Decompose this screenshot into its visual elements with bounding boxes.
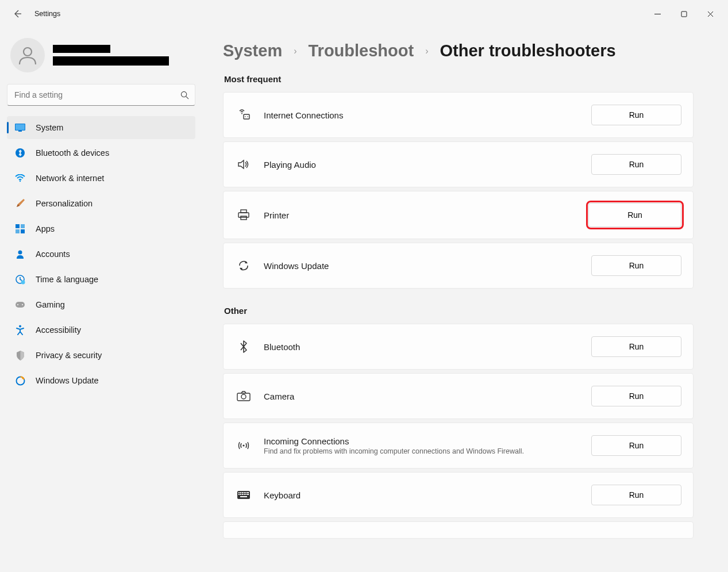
crumb-troubleshoot[interactable]: Troubleshoot <box>309 41 414 60</box>
apps-icon <box>15 224 25 234</box>
close-button[interactable] <box>697 5 723 23</box>
section-other: Other <box>224 306 694 316</box>
nav-network[interactable]: Network & internet <box>7 167 195 190</box>
chevron-right-icon: › <box>425 46 428 56</box>
nav-label: Gaming <box>36 300 65 309</box>
nav-privacy[interactable]: Privacy & security <box>7 344 195 367</box>
run-button-keyboard[interactable]: Run <box>591 485 681 505</box>
nav-apps[interactable]: Apps <box>7 217 195 240</box>
display-icon <box>15 122 25 133</box>
run-button-camera[interactable]: Run <box>591 386 681 406</box>
avatar <box>10 38 45 72</box>
troubleshooter-windows-update: Windows Update Run <box>223 243 694 289</box>
svg-point-18 <box>19 325 21 328</box>
svg-rect-34 <box>244 492 245 493</box>
troubleshooter-audio: Playing Audio Run <box>223 141 694 187</box>
sidebar: System Bluetooth & devices Network & int… <box>0 28 202 572</box>
troubleshooter-camera: Camera Run <box>223 373 694 419</box>
svg-rect-31 <box>238 492 240 493</box>
svg-rect-8 <box>16 224 20 228</box>
card-label: Playing Audio <box>264 160 591 170</box>
run-button-printer[interactable]: Run <box>588 203 681 227</box>
nav-label: System <box>36 123 63 132</box>
nav-accounts[interactable]: Accounts <box>7 243 195 266</box>
svg-point-23 <box>247 116 248 117</box>
search-input[interactable] <box>14 90 180 99</box>
svg-point-12 <box>18 251 22 255</box>
run-button-internet[interactable]: Run <box>591 105 681 125</box>
nav-label: Accounts <box>36 249 70 259</box>
svg-rect-4 <box>16 124 25 130</box>
printer-icon <box>235 209 252 221</box>
svg-point-14 <box>21 280 25 284</box>
nav-gaming[interactable]: Gaming <box>7 293 195 316</box>
svg-rect-42 <box>247 494 249 495</box>
troubleshooter-incoming-connections: Incoming Connections Find and fix proble… <box>223 423 694 469</box>
nav-bluetooth[interactable]: Bluetooth & devices <box>7 141 195 164</box>
person-icon <box>15 249 25 259</box>
back-button[interactable] <box>8 5 26 23</box>
run-button-windows-update[interactable]: Run <box>591 255 681 276</box>
troubleshooter-bluetooth: Bluetooth Run <box>223 324 694 370</box>
card-label: Printer <box>264 210 588 220</box>
svg-rect-10 <box>16 229 20 233</box>
card-label: Keyboard <box>264 490 591 500</box>
paintbrush-icon <box>15 198 25 209</box>
crumb-system[interactable]: System <box>223 41 282 60</box>
nav-time-language[interactable]: Time & language <box>7 268 195 291</box>
update-icon <box>15 375 25 386</box>
svg-rect-26 <box>241 216 246 220</box>
nav-label: Windows Update <box>36 376 99 385</box>
svg-rect-43 <box>240 496 247 497</box>
svg-rect-0 <box>681 11 687 17</box>
run-button-bluetooth[interactable]: Run <box>591 336 681 357</box>
svg-rect-9 <box>21 224 25 228</box>
run-button-incoming[interactable]: Run <box>591 435 681 456</box>
nav-label: Time & language <box>36 275 98 284</box>
nav-personalization[interactable]: Personalization <box>7 192 195 215</box>
svg-rect-37 <box>238 494 240 495</box>
breadcrumb: System › Troubleshoot › Other troublesho… <box>223 41 694 60</box>
nav-label: Personalization <box>36 199 93 208</box>
nav-system[interactable]: System <box>7 116 195 139</box>
svg-rect-32 <box>240 492 241 493</box>
run-button-audio[interactable]: Run <box>591 154 681 175</box>
svg-rect-15 <box>16 302 25 308</box>
svg-rect-21 <box>244 114 249 119</box>
card-label: Windows Update <box>264 261 591 271</box>
card-label: Camera <box>264 391 591 401</box>
svg-rect-41 <box>245 494 246 495</box>
nav-windows-update[interactable]: Windows Update <box>7 369 195 392</box>
app-title: Settings <box>34 10 60 18</box>
nav-label: Apps <box>36 224 55 233</box>
gamepad-icon <box>15 300 25 310</box>
card-sub: Find and fix problems with incoming comp… <box>264 447 591 455</box>
profile[interactable] <box>7 36 195 84</box>
card-label: Incoming Connections <box>264 436 591 446</box>
troubleshooter-partial <box>223 521 694 539</box>
svg-rect-40 <box>244 494 245 495</box>
maximize-button[interactable] <box>671 5 697 23</box>
accessibility-icon <box>15 325 25 335</box>
shield-icon <box>15 350 25 360</box>
svg-point-17 <box>22 304 23 305</box>
svg-rect-38 <box>240 494 241 495</box>
troubleshooter-keyboard: Keyboard Run <box>223 472 694 518</box>
svg-point-20 <box>241 113 242 114</box>
svg-rect-33 <box>242 492 243 493</box>
svg-rect-25 <box>238 213 249 217</box>
profile-text <box>53 45 169 66</box>
nav-label: Bluetooth & devices <box>36 148 109 158</box>
troubleshooter-printer: Printer Run <box>223 191 694 239</box>
svg-rect-24 <box>241 210 246 213</box>
bluetooth-icon <box>15 148 25 158</box>
svg-point-2 <box>181 91 186 97</box>
bluetooth-icon <box>235 340 252 353</box>
svg-point-16 <box>17 304 18 305</box>
svg-rect-35 <box>245 492 246 493</box>
wifi-icon <box>15 173 25 183</box>
search-box[interactable] <box>7 84 195 106</box>
card-label: Internet Connections <box>264 110 591 120</box>
minimize-button[interactable] <box>644 5 671 23</box>
nav-accessibility[interactable]: Accessibility <box>7 318 195 341</box>
